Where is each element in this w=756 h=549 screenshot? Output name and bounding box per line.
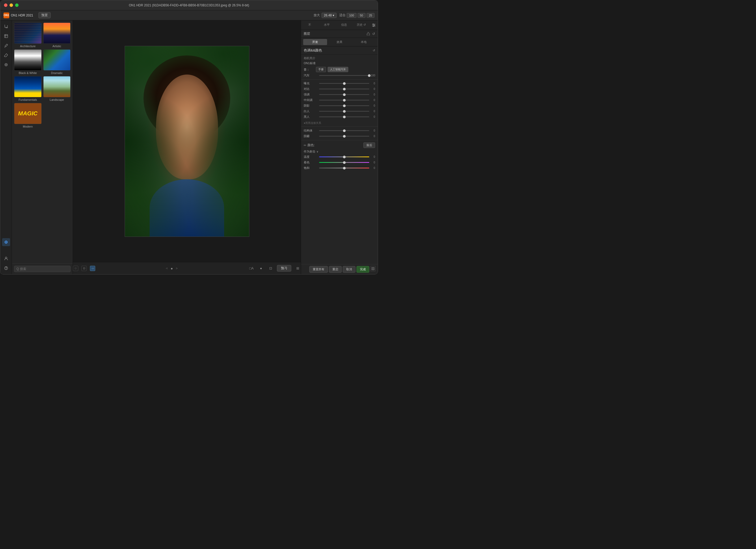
svg-point-11 — [374, 25, 375, 25]
tone-color-reset[interactable]: ↺ — [373, 49, 375, 52]
preset-fundamentals[interactable]: Fundamentals — [14, 76, 42, 101]
panel-expand-icon[interactable] — [370, 266, 376, 271]
preset-artistic[interactable]: Artistic — [43, 23, 71, 48]
structure-slider-track[interactable] — [319, 130, 369, 131]
whites-slider-row: 白人 0 — [301, 108, 378, 114]
link-row: ●黑黑连接关系 — [301, 120, 378, 125]
crop-tool[interactable] — [2, 23, 10, 31]
layer-tabs: 开发 效果 本地 — [301, 38, 378, 46]
color-text: 颜色: — [307, 143, 315, 147]
transform-tool[interactable] — [2, 32, 10, 40]
zoom-label: 放大 — [314, 13, 320, 18]
on1-standard-row: ON1标准 — [304, 61, 375, 66]
preset-thumb-landscape — [43, 76, 71, 97]
temperature-slider-track[interactable] — [319, 156, 369, 157]
camera-intro-row: 相机简介 — [304, 56, 375, 61]
fit-50-button[interactable]: 50 — [358, 13, 366, 18]
tab-xinxi[interactable]: 信息 — [336, 20, 353, 30]
layer-icon-1[interactable]: 凸 — [367, 32, 370, 36]
nav-prev[interactable]: ◁ — [166, 267, 167, 269]
svg-point-12 — [373, 26, 374, 27]
saturation-slider-track[interactable] — [319, 168, 369, 168]
preset-button[interactable]: 预置 — [38, 12, 51, 18]
hue-slider-track[interactable] — [319, 162, 369, 163]
blacks-value: 0 — [371, 115, 375, 118]
search-input[interactable] — [14, 266, 71, 272]
blacks-slider-row: 黑人 0 — [301, 114, 378, 120]
layer-tab-effects[interactable]: 效果 — [328, 39, 351, 45]
shot-arrow-icon[interactable]: ∨ — [316, 150, 318, 153]
minimize-button[interactable] — [10, 3, 13, 7]
layer-tab-develop[interactable]: 开发 — [303, 39, 327, 45]
tab-shuiping[interactable]: 水平 — [318, 20, 336, 30]
svg-point-1 — [5, 63, 7, 66]
clone-tool[interactable] — [2, 61, 10, 69]
whites-slider-track[interactable] — [319, 111, 369, 112]
frame-icon-1[interactable]: □ — [73, 266, 78, 271]
svg-point-10 — [373, 24, 374, 24]
canvas-icon-b[interactable]: ● — [258, 265, 264, 272]
highlights-slider-track[interactable] — [319, 94, 369, 95]
preset-landscape[interactable]: Landscape — [43, 76, 71, 101]
blacks-slider-track[interactable] — [319, 116, 369, 117]
lag-button[interactable]: 落后 — [363, 142, 375, 148]
tone-color-title: 色调&&颜色 — [304, 48, 322, 53]
layer-tab-local[interactable]: 本地 — [352, 39, 376, 45]
svg-point-4 — [5, 257, 7, 259]
nav-next[interactable]: ▷ — [176, 267, 178, 269]
eraser-tool[interactable] — [2, 51, 10, 59]
preset-bw[interactable]: Black & White — [14, 49, 42, 75]
help-tool[interactable] — [2, 264, 10, 272]
confirm-button[interactable]: 完成 — [357, 266, 369, 273]
main-area: Architecture Artistic Black & White — [0, 20, 378, 274]
tone-manual-btn[interactable]: 手册 — [316, 67, 326, 72]
restart-button[interactable]: 重启 — [329, 266, 342, 273]
brush-tool[interactable] — [2, 42, 10, 50]
tone-label: 音： — [304, 68, 314, 72]
reset-all-button[interactable]: 重置所有 — [309, 266, 328, 273]
user-tool[interactable] — [2, 255, 10, 263]
haze-slider-track[interactable] — [319, 136, 369, 137]
layer-icon-2[interactable]: ↺ — [372, 32, 375, 36]
fit-25-button[interactable]: 25 — [367, 13, 375, 18]
settings-icon[interactable] — [372, 23, 376, 27]
preview-button[interactable]: 预习 — [277, 265, 291, 272]
frame-icon-3[interactable]: ▭ — [90, 266, 95, 271]
close-button[interactable] — [4, 3, 7, 7]
midtones-slider-track[interactable] — [319, 100, 369, 101]
canvas-container[interactable] — [73, 20, 301, 262]
window-controls[interactable] — [4, 3, 19, 7]
color-label-area: ✏ 颜色: — [304, 143, 315, 147]
highlights-slider-row: 强调 0 — [301, 92, 378, 97]
saturation-label: 饱和 — [304, 166, 318, 170]
preset-dramatic[interactable]: Dramatic — [43, 49, 71, 75]
car-slider-track[interactable] — [319, 75, 369, 76]
tone-auto-btn[interactable]: 人工智能汽车 — [328, 67, 348, 72]
contrast-slider-track[interactable] — [319, 89, 369, 89]
cancel-button[interactable]: 取消 — [343, 266, 355, 273]
canvas-icon-d[interactable]: ⊞ — [294, 265, 301, 272]
link-label: ●黑黑连接关系 — [304, 121, 321, 124]
maximize-button[interactable] — [15, 3, 19, 7]
preset-label-bw: Black & White — [19, 71, 37, 75]
shot-row[interactable]: 作为射击 ∨ — [301, 149, 378, 154]
exposure-slider-track[interactable] — [319, 83, 369, 84]
tab-lishi[interactable]: 历史 ↺ — [353, 20, 370, 30]
contrast-slider-row: 对比 0 — [301, 86, 378, 92]
photo-leaves-sides — [125, 46, 249, 237]
shadows-slider-track[interactable] — [319, 105, 369, 106]
preset-architecture[interactable]: Architecture — [14, 23, 42, 48]
hue-slider-row: 着色 0 — [301, 160, 378, 165]
exposure-label: 曝光 — [304, 81, 318, 85]
frame-icon-2[interactable]: ⊡ — [81, 266, 87, 271]
preset-label-architecture: Architecture — [20, 45, 36, 48]
fit-100-button[interactable]: 100 — [347, 13, 356, 18]
zoom-value-dropdown[interactable]: 26.48 ▾ — [321, 13, 337, 18]
selection-tool[interactable] — [2, 238, 10, 246]
preset-modern[interactable]: MAGIC Modern — [14, 103, 42, 128]
canvas-icon-a[interactable]: □A — [248, 265, 255, 272]
canvas-icon-c[interactable]: ⊡ — [267, 265, 274, 272]
tab-bu[interactable]: 不 — [301, 20, 318, 30]
presets-panel: Architecture Artistic Black & White — [12, 20, 73, 274]
preset-label-dramatic: Dramatic — [51, 71, 63, 75]
